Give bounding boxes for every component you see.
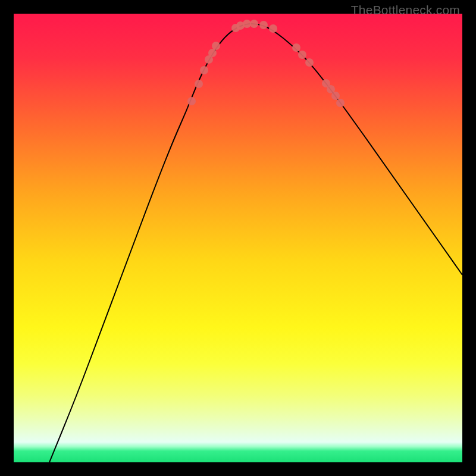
chart-frame: TheBottleneck.com (0, 0, 476, 476)
marker-right-1 (292, 43, 300, 52)
curve-layer (14, 14, 462, 462)
marker-group (187, 20, 345, 107)
marker-left-3 (200, 66, 208, 74)
marker-right-6 (331, 92, 340, 100)
marker-bottom-3 (243, 20, 251, 28)
marker-left-2 (195, 80, 203, 88)
marker-left-5 (208, 49, 217, 57)
marker-right-3 (305, 58, 314, 67)
plot-area (14, 14, 462, 462)
bottleneck-curve (49, 24, 462, 462)
marker-bottom-4 (250, 20, 258, 28)
marker-right-2 (298, 51, 306, 59)
marker-bottom-5 (259, 21, 268, 29)
marker-left-6 (212, 42, 220, 50)
marker-bottom-6 (269, 24, 277, 33)
marker-left-1 (187, 97, 196, 105)
marker-right-7 (336, 99, 345, 107)
watermark-text: TheBottleneck.com (351, 3, 460, 17)
